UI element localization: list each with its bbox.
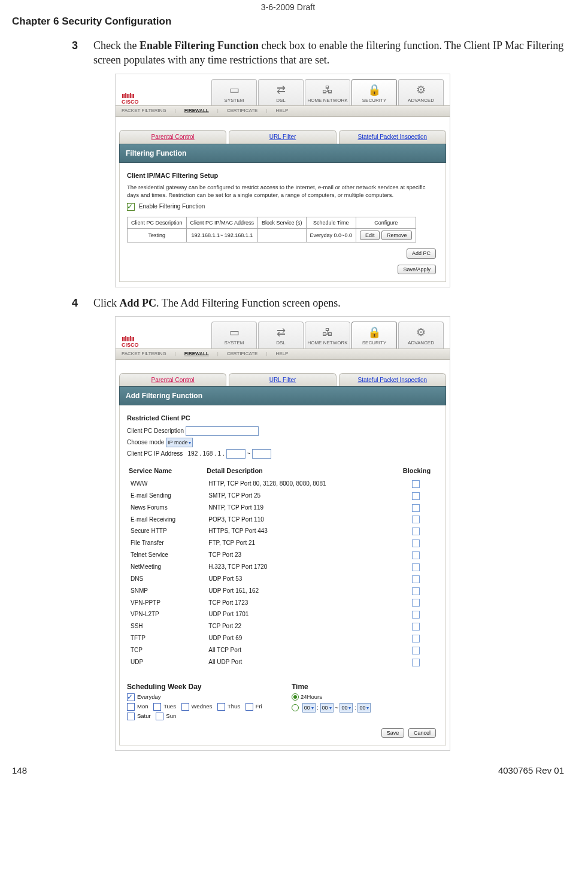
subnav-firewall[interactable]: FIREWALL bbox=[184, 108, 209, 114]
service-row: NetMeetingH.323, TCP Port 1720 bbox=[128, 562, 437, 572]
time-start-mm[interactable]: 00▾ bbox=[320, 703, 334, 713]
sub-nav: PACKET FILTERING| FIREWALL| CERTIFICATE|… bbox=[116, 105, 450, 117]
nav-home-network[interactable]: 🖧HOME NETWORK bbox=[305, 322, 350, 348]
blocking-checkbox[interactable] bbox=[412, 659, 420, 666]
sub-nav: PACKET FILTERING| FIREWALL| CERTIFICATE|… bbox=[116, 348, 450, 360]
arrows-icon: ⇄ bbox=[259, 82, 303, 98]
tue-checkbox[interactable] bbox=[153, 703, 161, 711]
service-row: SNMPUDP Port 161, 162 bbox=[128, 586, 437, 596]
time-end-hh[interactable]: 00▾ bbox=[340, 703, 353, 713]
time-end-mm[interactable]: 00▾ bbox=[357, 703, 371, 713]
time-range-radio[interactable] bbox=[292, 704, 299, 711]
nav-system[interactable]: ▭SYSTEM bbox=[211, 79, 257, 106]
step-4-number: 4 bbox=[72, 296, 78, 310]
draft-date: 3-6-2009 Draft bbox=[12, 2, 564, 12]
blocking-checkbox[interactable] bbox=[412, 551, 420, 559]
cancel-button[interactable]: Cancel bbox=[408, 728, 436, 738]
th-schedule: Schedule Time bbox=[306, 217, 356, 229]
tab-spi[interactable]: Stateful Packet Inspection bbox=[339, 130, 446, 144]
blocking-checkbox[interactable] bbox=[412, 539, 420, 547]
ip-start-input[interactable] bbox=[226, 449, 245, 459]
tab-url-filter[interactable]: URL Filter bbox=[229, 130, 336, 144]
step-3: 3 Check the Enable Filtering Function ch… bbox=[72, 38, 564, 287]
wed-checkbox[interactable] bbox=[181, 703, 189, 711]
choose-mode-select[interactable]: IP mode▾ bbox=[166, 438, 193, 447]
edit-button[interactable]: Edit bbox=[360, 231, 380, 240]
time-start-hh[interactable]: 00▾ bbox=[302, 703, 316, 713]
subnav-certificate[interactable]: CERTIFICATE bbox=[227, 351, 258, 357]
th-detail-desc: Detail Description bbox=[206, 466, 395, 477]
blocking-checkbox[interactable] bbox=[412, 587, 420, 595]
save-button[interactable]: Save bbox=[381, 728, 405, 738]
section-client-ip-mac: Client IP/MAC Filtering Setup bbox=[127, 171, 438, 180]
blocking-checkbox[interactable] bbox=[412, 599, 420, 607]
save-apply-button[interactable]: Save/Apply bbox=[398, 265, 436, 274]
blocking-checkbox[interactable] bbox=[412, 647, 420, 654]
nav-security[interactable]: 🔒SECURITY bbox=[351, 79, 397, 106]
nav-dsl[interactable]: ⇄DSL bbox=[258, 79, 304, 106]
subnav-packet-filtering[interactable]: PACKET FILTERING bbox=[122, 108, 166, 114]
service-row: TCPAll TCP Port bbox=[128, 645, 437, 656]
blocking-checkbox[interactable] bbox=[412, 480, 420, 488]
router-icon: ▭ bbox=[212, 82, 256, 98]
filtering-description: The residential gateway can be configure… bbox=[127, 184, 438, 199]
subnav-help[interactable]: HELP bbox=[276, 351, 289, 357]
screenshot-add-filtering: ıılıılıı CISCO ▭SYSTEM ⇄DSL 🖧HOME NETWOR… bbox=[115, 316, 450, 751]
everyday-checkbox[interactable] bbox=[127, 693, 135, 701]
blocking-checkbox[interactable] bbox=[412, 492, 420, 500]
blocking-checkbox[interactable] bbox=[412, 623, 420, 631]
fri-checkbox[interactable] bbox=[245, 703, 253, 711]
blocking-checkbox[interactable] bbox=[412, 563, 420, 571]
nav-system[interactable]: ▭SYSTEM bbox=[211, 322, 257, 348]
table-row: Testing 192.168.1.1~ 192.168.1.1 Everyda… bbox=[128, 229, 416, 243]
mon-checkbox[interactable] bbox=[127, 703, 135, 711]
client-pc-desc-input[interactable] bbox=[186, 426, 259, 436]
chapter-title: Chapter 6 Security Configuration bbox=[12, 16, 564, 28]
tab-parental-control[interactable]: Parental Control bbox=[119, 373, 226, 387]
service-row: Telnet ServiceTCP Port 23 bbox=[128, 550, 437, 560]
24hours-radio[interactable] bbox=[292, 693, 299, 701]
ip-end-input[interactable] bbox=[252, 449, 271, 459]
nav-dsl[interactable]: ⇄DSL bbox=[258, 322, 304, 348]
blocking-checkbox[interactable] bbox=[412, 516, 420, 523]
router-icon: ▭ bbox=[212, 325, 256, 340]
time-header: Time bbox=[292, 682, 438, 692]
sat-checkbox[interactable] bbox=[127, 713, 135, 720]
page-number: 148 bbox=[12, 765, 27, 775]
blocking-checkbox[interactable] bbox=[412, 611, 420, 619]
restricted-client-header: Restricted Client PC bbox=[127, 414, 438, 423]
blocking-checkbox[interactable] bbox=[412, 635, 420, 642]
step-3-text: Check the Enable Filtering Function chec… bbox=[93, 40, 563, 66]
network-icon: 🖧 bbox=[305, 325, 350, 340]
subnav-firewall[interactable]: FIREWALL bbox=[184, 351, 209, 357]
ip-prefix: 192 . 168 . 1 . bbox=[188, 450, 225, 457]
thu-checkbox[interactable] bbox=[217, 703, 225, 711]
tab-spi[interactable]: Stateful Packet Inspection bbox=[339, 373, 446, 387]
subnav-packet-filtering[interactable]: PACKET FILTERING bbox=[122, 351, 166, 357]
tab-parental-control[interactable]: Parental Control bbox=[119, 130, 226, 144]
gear-icon: ⚙ bbox=[399, 82, 443, 98]
add-pc-button[interactable]: Add PC bbox=[407, 248, 436, 258]
blocking-checkbox[interactable] bbox=[412, 575, 420, 583]
panel-title-add-filtering: Add Filtering Function bbox=[119, 386, 446, 405]
th-client-desc: Client PC Description bbox=[128, 217, 187, 229]
service-row: E-mail ReceivingPOP3, TCP Port 110 bbox=[128, 514, 437, 525]
subnav-help[interactable]: HELP bbox=[276, 108, 289, 114]
remove-button[interactable]: Remove bbox=[381, 231, 413, 240]
enable-filtering-checkbox[interactable] bbox=[127, 203, 135, 211]
choose-mode-label: Choose mode bbox=[127, 439, 164, 445]
nav-security[interactable]: 🔒SECURITY bbox=[351, 322, 397, 348]
sun-checkbox[interactable] bbox=[156, 713, 163, 720]
service-row: VPN-PPTPTCP Port 1723 bbox=[128, 598, 437, 608]
filtering-table: Client PC Description Client PC IP/MAC A… bbox=[127, 217, 416, 243]
tab-url-filter[interactable]: URL Filter bbox=[229, 373, 336, 387]
nav-advanced[interactable]: ⚙ADVANCED bbox=[398, 79, 444, 106]
nav-advanced[interactable]: ⚙ADVANCED bbox=[398, 322, 444, 348]
step-3-number: 3 bbox=[72, 38, 78, 53]
th-configure: Configure bbox=[356, 217, 416, 229]
subnav-certificate[interactable]: CERTIFICATE bbox=[227, 108, 258, 114]
blocking-checkbox[interactable] bbox=[412, 504, 420, 512]
nav-home-network[interactable]: 🖧HOME NETWORK bbox=[305, 79, 350, 106]
cisco-logo: ıılıılıı CISCO bbox=[122, 337, 163, 348]
blocking-checkbox[interactable] bbox=[412, 528, 420, 535]
